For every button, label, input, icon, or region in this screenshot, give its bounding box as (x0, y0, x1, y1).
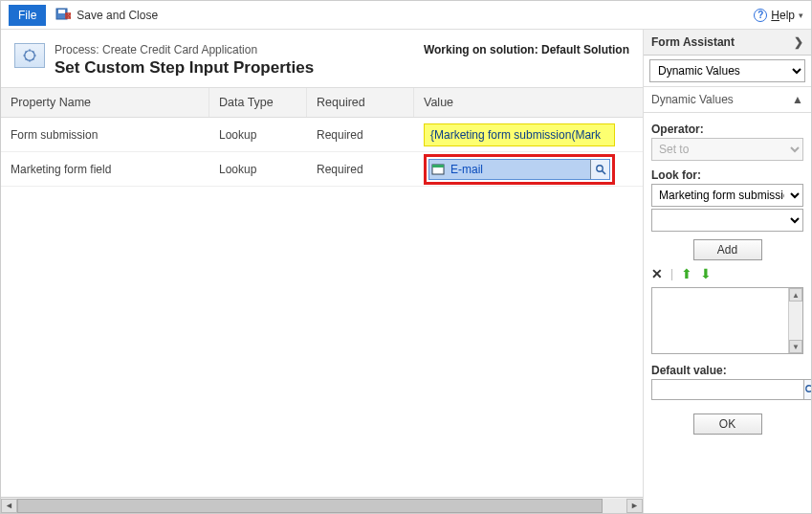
operator-label: Operator: (651, 123, 803, 136)
lookfor-attribute-select[interactable] (651, 209, 803, 232)
cell-data-type: Lookup (209, 163, 307, 176)
form-assistant-title: Form Assistant (651, 35, 735, 49)
col-header-property-name[interactable]: Property Name (1, 88, 209, 117)
vertical-scrollbar[interactable]: ▲ ▼ (788, 288, 802, 353)
separator: | (670, 267, 673, 280)
table-row[interactable]: Form submission Lookup Required {Marketi… (1, 118, 643, 152)
scroll-track[interactable] (17, 499, 626, 513)
col-header-value[interactable]: Value (414, 88, 643, 117)
lookup-value-text: E-mail (447, 163, 590, 176)
assistant-mode-select[interactable]: Dynamic Values (649, 59, 805, 82)
svg-point-8 (596, 165, 602, 170)
form-assistant-panel: Form Assistant ❯ Dynamic Values Dynamic … (644, 30, 811, 513)
grid-header: Property Name Data Type Required Value (1, 87, 643, 118)
remove-icon[interactable]: ✕ (651, 266, 663, 281)
form-assistant-header[interactable]: Form Assistant ❯ (644, 30, 811, 56)
default-value-label: Default value: (651, 364, 803, 377)
lookfor-label: Look for: (651, 168, 803, 182)
chevron-down-icon: ▾ (799, 11, 803, 20)
section-label: Dynamic Values (651, 93, 734, 106)
horizontal-scrollbar[interactable]: ◄ ► (1, 497, 643, 513)
svg-rect-1 (58, 10, 65, 13)
ok-button[interactable]: OK (693, 413, 762, 435)
lookup-field[interactable]: E-mail (428, 159, 610, 180)
highlight-box: E-mail (424, 154, 615, 185)
lookup-search-button[interactable] (590, 160, 609, 179)
cell-required: Required (307, 128, 414, 142)
cell-data-type: Lookup (209, 128, 307, 142)
scroll-down-button[interactable]: ▼ (789, 340, 802, 353)
lookfor-entity-select[interactable]: Marketing form submission (651, 184, 803, 207)
default-lookup-button[interactable] (804, 379, 812, 400)
cell-property-name: Marketing form field (1, 163, 209, 176)
top-toolbar: File Save and Close ? Help ▾ (1, 1, 811, 30)
process-breadcrumb: Process: Create Credit Card Application (55, 43, 314, 56)
help-label: Help (771, 9, 795, 22)
add-button[interactable]: Add (693, 239, 762, 260)
dynamic-values-section-header[interactable]: Dynamic Values ▲ (644, 87, 811, 113)
save-close-icon (55, 8, 71, 23)
page-title: Set Custom Step Input Properties (55, 58, 314, 78)
solution-indicator: Working on solution: Default Solution (424, 43, 629, 56)
collapse-up-icon[interactable]: ▲ (792, 93, 803, 106)
save-and-close-label: Save and Close (77, 9, 158, 22)
help-menu[interactable]: ? Help ▾ (754, 9, 803, 22)
file-menu-button[interactable]: File (9, 5, 46, 26)
dynamic-value-token[interactable]: {Marketing form submission(Mark (424, 123, 615, 146)
scroll-right-button[interactable]: ► (626, 499, 643, 513)
scroll-up-button[interactable]: ▲ (789, 288, 802, 302)
table-row[interactable]: Marketing form field Lookup Required E-m… (1, 152, 643, 187)
entity-icon (429, 164, 447, 175)
operator-select: Set to (651, 138, 803, 161)
col-header-data-type[interactable]: Data Type (209, 88, 307, 117)
help-icon: ? (754, 9, 767, 22)
default-value-input[interactable] (651, 379, 804, 400)
scroll-thumb[interactable] (17, 499, 603, 513)
save-and-close-button[interactable]: Save and Close (55, 8, 158, 23)
move-down-icon[interactable]: ⬇ (700, 266, 712, 281)
svg-rect-7 (432, 165, 444, 168)
cell-value[interactable]: E-mail (414, 154, 643, 185)
scroll-track[interactable] (789, 302, 802, 340)
col-header-required[interactable]: Required (307, 88, 414, 117)
svg-point-10 (806, 386, 812, 391)
chevron-right-icon[interactable]: ❯ (794, 35, 803, 49)
svg-line-9 (602, 170, 605, 174)
scroll-left-button[interactable]: ◄ (1, 499, 17, 513)
cell-value[interactable]: {Marketing form submission(Mark (414, 123, 643, 146)
grid-body: Form submission Lookup Required {Marketi… (1, 118, 643, 497)
selected-values-listbox[interactable]: ▲ ▼ (651, 287, 803, 354)
cell-required: Required (307, 163, 414, 176)
move-up-icon[interactable]: ⬆ (681, 266, 692, 281)
process-step-icon (14, 43, 45, 68)
cell-property-name: Form submission (1, 128, 209, 142)
